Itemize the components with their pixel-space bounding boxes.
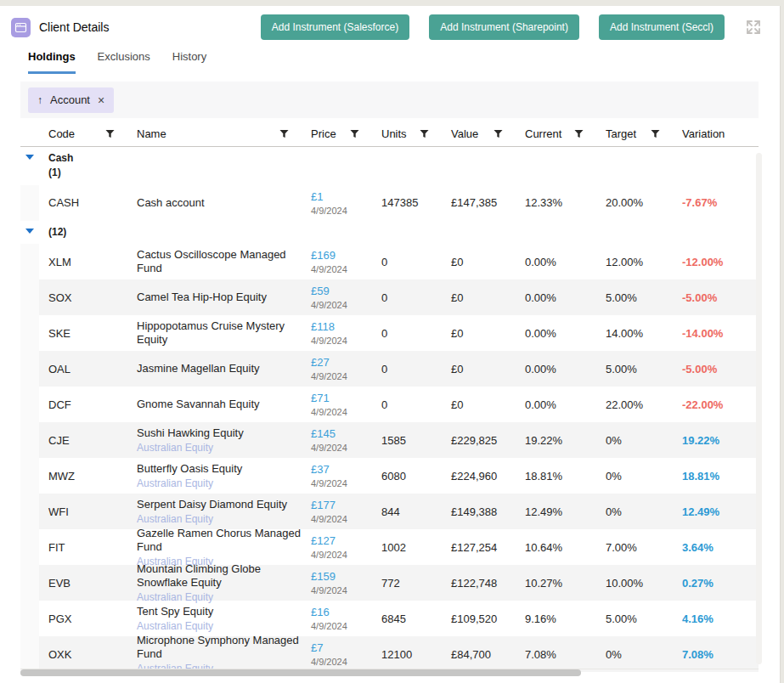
cell-value: £0 (442, 256, 516, 268)
table-row[interactable]: PGXTent Spy EquityAustralian Equity£164/… (20, 601, 759, 636)
table-row[interactable]: SOXCamel Tea Hip-Hop Equity£594/9/20240£… (20, 279, 759, 315)
price-date: 4/9/2024 (311, 336, 372, 346)
table-row[interactable]: MWZButterfly Oasis EquityAustralian Equi… (20, 458, 759, 494)
price-link[interactable]: £169 (311, 249, 372, 262)
cell-units: 844 (372, 505, 442, 518)
column-header-current[interactable]: Current (516, 121, 596, 146)
account-grouping-chip[interactable]: ↑ Account × (28, 87, 114, 113)
filter-icon[interactable] (420, 129, 429, 138)
sort-ascending-icon[interactable]: ↑ (37, 94, 42, 106)
column-header-name[interactable]: Name (127, 121, 302, 146)
client-details-card: Client Details Add Instrument (Salesforc… (0, 6, 781, 683)
cell-code: SOX (39, 291, 127, 304)
close-icon[interactable]: × (98, 94, 104, 106)
price-link[interactable]: £118 (311, 320, 372, 334)
instrument-name: Camel Tea Hip-Hop Equity (137, 291, 302, 304)
row-indent-gutter (20, 244, 39, 279)
column-header-label: Price (311, 127, 336, 140)
price-link[interactable]: £71 (311, 392, 372, 405)
tab-exclusions[interactable]: Exclusions (98, 50, 150, 74)
window-icon (11, 18, 31, 37)
cell-code: OAL (39, 363, 127, 375)
filter-icon[interactable] (105, 129, 115, 138)
filter-icon[interactable] (279, 129, 289, 138)
cell-current: 0.00% (516, 327, 596, 340)
expand-icon[interactable] (746, 20, 761, 35)
cell-variation: 12.49% (673, 505, 759, 518)
cell-name: Hippopotamus Cruise Mystery Equity (127, 319, 302, 347)
filter-icon[interactable] (574, 129, 584, 138)
group-label: Cash(1) (39, 147, 73, 185)
table-row[interactable]: CASHCash account£14/9/2024147385£147,385… (20, 185, 759, 221)
table-row[interactable]: OXKMicrophone Symphony Managed FundAustr… (20, 636, 759, 672)
cell-variation: -5.00% (673, 363, 759, 375)
cell-variation: 3.64% (673, 541, 759, 554)
cell-units: 147385 (372, 196, 442, 209)
group-count: (12) (48, 225, 66, 240)
table-row[interactable]: SKEHippopotamus Cruise Mystery Equity£11… (20, 315, 759, 351)
instrument-asset-class: Australian Equity (137, 513, 302, 525)
cell-name: Tent Spy EquityAustralian Equity (127, 605, 302, 632)
cell-target: 22.00% (596, 398, 673, 411)
collapse-toggle[interactable] (20, 221, 39, 244)
price-date: 4/9/2024 (311, 657, 372, 667)
cell-variation: 0.27% (673, 577, 759, 590)
table-row[interactable]: FITGazelle Ramen Chorus Managed FundAust… (20, 529, 759, 565)
price-link[interactable]: £145 (311, 427, 372, 441)
price-link[interactable]: £27 (311, 356, 372, 370)
cell-current: 12.49% (516, 505, 596, 518)
vertical-scrollbar[interactable] (756, 153, 762, 664)
cell-current: 18.81% (516, 470, 596, 483)
column-header-price[interactable]: Price (302, 121, 372, 146)
cell-units: 0 (372, 291, 442, 304)
column-header-code[interactable]: Code (20, 121, 127, 146)
collapse-toggle[interactable] (20, 147, 39, 185)
instrument-name: Gazelle Ramen Chorus Managed Fund (137, 527, 302, 555)
filter-icon[interactable] (494, 129, 503, 138)
cell-name: Serpent Daisy Diamond EquityAustralian E… (127, 498, 302, 525)
row-indent-gutter (20, 601, 39, 636)
table-body: Cash(1)CASHCash account£14/9/2024147385£… (20, 147, 759, 672)
row-indent-gutter (20, 185, 39, 221)
table-row[interactable]: EVBMountain Climbing Globe Snowflake Equ… (20, 565, 759, 601)
column-header-variation[interactable]: Variation (673, 121, 759, 146)
column-header-target[interactable]: Target (596, 121, 673, 146)
price-link[interactable]: £1 (311, 190, 372, 204)
table-row[interactable]: OALJasmine Magellan Equity£274/9/20240£0… (20, 351, 759, 387)
cell-value: £122,748 (442, 577, 516, 590)
table-row[interactable]: XLMCactus Oscilloscope Managed Fund£1694… (20, 244, 759, 279)
column-header-units[interactable]: Units (372, 121, 442, 146)
add-instrument-sharepoint-button[interactable]: Add Instrument (Sharepoint) (429, 14, 579, 40)
group-count: (1) (48, 166, 73, 180)
instrument-name: Jasmine Magellan Equity (137, 362, 302, 375)
table-row[interactable]: WFISerpent Daisy Diamond EquityAustralia… (20, 494, 759, 529)
price-link[interactable]: £37 (311, 463, 372, 477)
table-row[interactable]: DCFGnome Savannah Equity£714/9/20240£00.… (20, 387, 759, 422)
row-indent-gutter (20, 458, 39, 494)
row-indent-gutter (20, 279, 39, 315)
price-link[interactable]: £127 (311, 534, 372, 548)
column-header-value[interactable]: Value (442, 121, 516, 146)
filter-icon[interactable] (651, 129, 660, 138)
price-link[interactable]: £7 (311, 641, 372, 655)
horizontal-scrollbar-thumb[interactable] (20, 669, 581, 676)
add-instrument-salesforce-button[interactable]: Add Instrument (Salesforce) (261, 14, 409, 40)
cell-current: 0.00% (516, 398, 596, 411)
cell-price: £1594/9/2024 (302, 570, 372, 596)
table-row[interactable]: CJESushi Hawking EquityAustralian Equity… (20, 422, 759, 458)
price-link[interactable]: £59 (311, 285, 372, 298)
tab-history[interactable]: History (172, 50, 206, 74)
add-instrument-seccl-button[interactable]: Add Instrument (Seccl) (599, 14, 725, 40)
filter-icon[interactable] (350, 129, 359, 138)
cell-units: 0 (372, 363, 442, 375)
column-header-label: Name (137, 127, 166, 140)
price-date: 4/9/2024 (311, 206, 372, 216)
cell-code: WFI (39, 505, 127, 518)
horizontal-scrollbar[interactable] (20, 669, 759, 677)
price-link[interactable]: £16 (311, 606, 372, 619)
cell-units: 1002 (372, 541, 442, 554)
price-link[interactable]: £177 (311, 499, 372, 512)
price-date: 4/9/2024 (311, 550, 372, 560)
price-link[interactable]: £159 (311, 570, 372, 584)
tab-holdings[interactable]: Holdings (28, 50, 76, 74)
